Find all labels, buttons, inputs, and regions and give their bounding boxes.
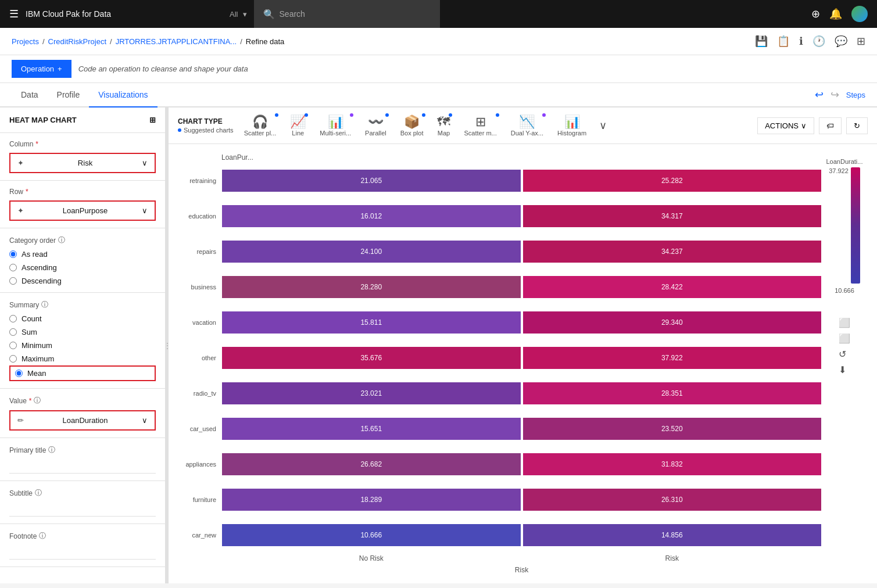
chart-type-histogram[interactable]: 📊 Histogram xyxy=(552,112,592,139)
layout-icon[interactable]: ⊞ xyxy=(857,35,865,48)
redo-button[interactable]: ↪ xyxy=(831,88,839,101)
category-order-label: Category order ⓘ xyxy=(9,235,156,245)
history-icon[interactable]: 🕐 xyxy=(812,35,825,48)
table-row: other35.67637.922 xyxy=(178,341,821,375)
summary-mean[interactable]: Mean xyxy=(15,369,150,378)
footnote-input[interactable] xyxy=(9,546,156,560)
chart-type-boxplot[interactable]: 📦 Box plot xyxy=(395,112,429,139)
breadcrumb-file[interactable]: JRTORRES.JRTAPPLICANTFINA... xyxy=(116,37,237,46)
row-select[interactable]: ✦ LoanPurpose ∨ xyxy=(9,200,156,221)
hm-cell-risk[interactable]: 14.856 xyxy=(523,524,822,546)
category-order-info-icon[interactable]: ⓘ xyxy=(58,235,65,245)
hm-cell-risk[interactable]: 28.422 xyxy=(523,276,822,298)
search-input[interactable] xyxy=(280,9,431,19)
hm-cell-norisk[interactable]: 28.280 xyxy=(222,276,521,298)
primary-title-input[interactable] xyxy=(9,460,156,474)
value-select[interactable]: ✏ LoanDuration ∨ xyxy=(9,410,156,431)
category-as-read[interactable]: As read xyxy=(9,250,156,259)
row-label: Row* xyxy=(9,188,156,196)
chart-type-parallel[interactable]: 〰️ Parallel xyxy=(359,112,392,139)
scatter-icon: 🎧 xyxy=(252,114,268,130)
summary-maximum[interactable]: Maximum xyxy=(9,354,156,363)
undo-button[interactable]: ↩ xyxy=(815,88,824,101)
refresh-button[interactable]: ↻ xyxy=(846,117,868,134)
hm-cell-risk[interactable]: 34.317 xyxy=(523,205,822,227)
hm-cell-risk[interactable]: 23.520 xyxy=(523,418,822,440)
save-icon[interactable]: 💾 xyxy=(755,35,768,48)
legend-min-value: 10.666 xyxy=(835,287,854,294)
notification-icon[interactable]: 🔔 xyxy=(829,8,842,20)
hm-cell-norisk[interactable]: 21.065 xyxy=(222,170,521,192)
hm-row-label: education xyxy=(178,213,220,220)
info-circle-icon[interactable]: ℹ xyxy=(799,35,803,48)
hm-cell-norisk[interactable]: 35.676 xyxy=(222,347,521,369)
summary-info-icon[interactable]: ⓘ xyxy=(41,300,48,310)
chart-type-line[interactable]: 📈 Line xyxy=(284,112,312,139)
summary-sum[interactable]: Sum xyxy=(9,328,156,336)
zoom-in-icon[interactable]: ⬜ xyxy=(839,317,850,328)
table-row: education16.01234.317 xyxy=(178,199,821,234)
category-ascending[interactable]: Ascending xyxy=(9,263,156,272)
chart-type-map[interactable]: 🗺 Map xyxy=(431,112,456,139)
subtitle-info-icon[interactable]: ⓘ xyxy=(35,488,42,498)
footnote-info-icon[interactable]: ⓘ xyxy=(39,531,46,541)
chart-type-more-icon[interactable]: ∨ xyxy=(599,119,607,132)
breadcrumb-projects[interactable]: Projects xyxy=(12,37,39,46)
hm-cell-norisk[interactable]: 15.811 xyxy=(222,311,521,334)
hm-cell-risk[interactable]: 34.237 xyxy=(523,241,822,263)
avatar[interactable] xyxy=(851,6,868,22)
hm-row-label: car_new xyxy=(178,532,220,539)
hamburger-icon[interactable]: ☰ xyxy=(9,8,19,20)
suggested-dot xyxy=(178,128,181,132)
actions-button[interactable]: ACTIONS ∨ xyxy=(757,117,814,134)
primary-title-label: Primary title ⓘ xyxy=(9,445,156,455)
hm-cell-norisk[interactable]: 24.100 xyxy=(222,241,521,263)
boxplot-dot xyxy=(422,113,425,117)
chart-type-scatter[interactable]: 🎧 Scatter pl... xyxy=(238,112,282,139)
chart-type-multi[interactable]: 📊 Multi-seri... xyxy=(314,112,357,139)
subtitle-section: Subtitle ⓘ xyxy=(0,481,165,524)
table-icon[interactable]: 📋 xyxy=(777,35,790,48)
download-icon[interactable]: ⬇ xyxy=(839,364,850,375)
hm-cell-risk[interactable]: 31.832 xyxy=(523,453,822,475)
breadcrumb-project[interactable]: CreditRiskProject xyxy=(48,37,106,46)
comment-icon[interactable]: 💬 xyxy=(835,35,847,48)
settings-icon[interactable]: ⊕ xyxy=(811,8,820,20)
column-select[interactable]: ✦ Risk ∨ xyxy=(9,153,156,173)
table-row: retraining21.06525.282 xyxy=(178,164,821,198)
hm-cell-risk[interactable]: 25.282 xyxy=(523,170,822,192)
hm-cell-norisk[interactable]: 18.289 xyxy=(222,489,521,511)
tab-data[interactable]: Data xyxy=(12,83,48,107)
subtitle-input[interactable] xyxy=(9,503,156,517)
hm-cell-norisk[interactable]: 15.651 xyxy=(222,418,521,440)
multi-dot xyxy=(350,113,353,117)
value-info-icon[interactable]: ⓘ xyxy=(34,396,41,406)
zoom-out-icon[interactable]: ⬜ xyxy=(839,333,850,344)
summary-count[interactable]: Count xyxy=(9,314,156,323)
hm-cell-norisk[interactable]: 16.012 xyxy=(222,205,521,227)
map-label: Map xyxy=(438,130,450,137)
actions-label: ACTIONS xyxy=(765,121,799,130)
category-descending[interactable]: Descending xyxy=(9,277,156,285)
tab-visualizations[interactable]: Visualizations xyxy=(89,83,157,107)
steps-link[interactable]: Steps xyxy=(846,91,865,99)
hm-cell-norisk[interactable]: 10.666 xyxy=(222,524,521,546)
chart-type-dual-y[interactable]: 📉 Dual Y-ax... xyxy=(505,112,549,139)
column-label: Column* xyxy=(9,140,156,148)
reset-icon[interactable]: ↺ xyxy=(839,349,850,360)
expand-icon[interactable]: ⊞ xyxy=(149,116,156,124)
summary-minimum[interactable]: Minimum xyxy=(9,341,156,350)
hm-cell-norisk[interactable]: 26.682 xyxy=(222,453,521,475)
tab-profile[interactable]: Profile xyxy=(48,83,90,107)
hm-cell-risk[interactable]: 28.351 xyxy=(523,382,822,404)
hm-cell-risk[interactable]: 37.922 xyxy=(523,347,822,369)
tag-button[interactable]: 🏷 xyxy=(819,117,842,134)
hm-x-label-risk: Risk xyxy=(523,554,822,562)
operation-button[interactable]: Operation + xyxy=(12,60,71,78)
primary-title-info-icon[interactable]: ⓘ xyxy=(48,445,55,455)
chart-type-scatter-matrix[interactable]: ⊞ Scatter m... xyxy=(458,112,502,139)
search-bar[interactable]: 🔍 xyxy=(254,0,440,28)
hm-cell-norisk[interactable]: 23.021 xyxy=(222,382,521,404)
hm-cell-risk[interactable]: 26.310 xyxy=(523,489,822,511)
hm-cell-risk[interactable]: 29.340 xyxy=(523,311,822,334)
